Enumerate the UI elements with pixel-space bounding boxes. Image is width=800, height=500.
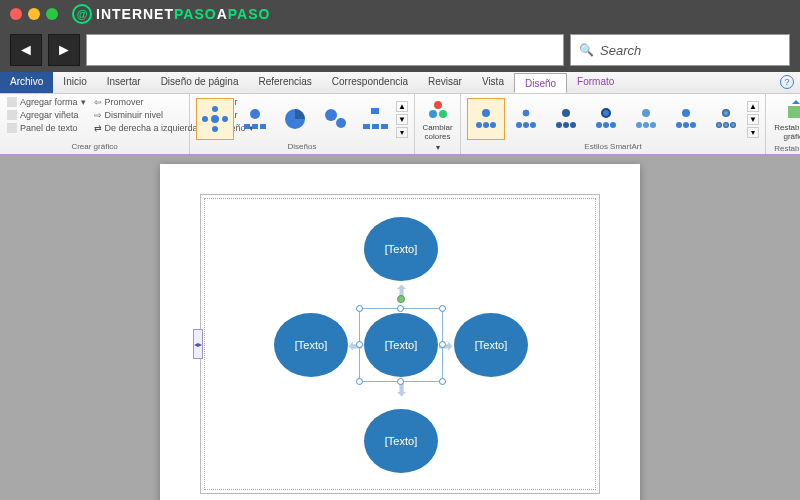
resize-handle-sw[interactable] bbox=[356, 378, 363, 385]
tab-referencias[interactable]: Referencias bbox=[248, 72, 321, 93]
layout-basic-radial[interactable] bbox=[236, 98, 274, 140]
tab-diseno-pagina[interactable]: Diseño de página bbox=[151, 72, 249, 93]
svg-point-11 bbox=[336, 118, 346, 128]
svg-point-31 bbox=[602, 109, 610, 117]
svg-point-35 bbox=[642, 109, 650, 117]
svg-point-46 bbox=[730, 122, 736, 128]
svg-rect-7 bbox=[252, 124, 258, 129]
forward-button[interactable]: ► bbox=[48, 34, 80, 66]
tab-vista[interactable]: Vista bbox=[472, 72, 514, 93]
btn-agregar-forma[interactable]: Agregar forma ▾ bbox=[4, 96, 89, 108]
maximize-icon[interactable] bbox=[46, 8, 58, 20]
tab-archivo[interactable]: Archivo bbox=[0, 72, 53, 93]
help-icon[interactable]: ? bbox=[780, 75, 794, 89]
tab-revisar[interactable]: Revisar bbox=[418, 72, 472, 93]
back-button[interactable]: ◄ bbox=[10, 34, 42, 66]
svg-point-26 bbox=[530, 122, 536, 128]
layout-hierarchy[interactable] bbox=[356, 98, 394, 140]
svg-rect-8 bbox=[260, 124, 266, 129]
document-area: ◂▸ [Texto] [Texto] [Texto] [Texto] [Text… bbox=[0, 156, 800, 500]
svg-point-45 bbox=[723, 122, 729, 128]
svg-point-38 bbox=[650, 122, 656, 128]
page[interactable]: ◂▸ [Texto] [Texto] [Texto] [Texto] [Text… bbox=[160, 164, 640, 500]
smartart-frame[interactable]: ◂▸ [Texto] [Texto] [Texto] [Texto] [Text… bbox=[200, 194, 600, 494]
svg-point-10 bbox=[325, 109, 337, 121]
group-label-reset: Restablecer bbox=[770, 144, 800, 154]
svg-point-22 bbox=[490, 122, 496, 128]
reset-icon bbox=[784, 98, 801, 122]
btn-disminuir-nivel[interactable]: ⇨ Disminuir nivel bbox=[91, 109, 201, 121]
btn-panel-texto[interactable]: Panel de texto bbox=[4, 122, 89, 134]
svg-point-21 bbox=[483, 122, 489, 128]
group-label-disenos: Diseños bbox=[194, 142, 410, 152]
svg-point-4 bbox=[202, 116, 208, 122]
svg-rect-13 bbox=[363, 124, 370, 129]
close-icon[interactable] bbox=[10, 8, 22, 20]
url-input[interactable] bbox=[86, 34, 564, 66]
minimize-icon[interactable] bbox=[28, 8, 40, 20]
style-3[interactable] bbox=[547, 98, 585, 140]
node-left[interactable]: [Texto] bbox=[274, 313, 348, 377]
svg-point-0 bbox=[211, 115, 219, 123]
browser-chrome: @ INTERNETPASOAPASO ◄ ► Search bbox=[0, 0, 800, 72]
tab-inicio[interactable]: Inicio bbox=[53, 72, 96, 93]
layout-radial-cycle[interactable] bbox=[276, 98, 314, 140]
svg-rect-47 bbox=[788, 106, 801, 118]
gallery-scroll-down[interactable]: ▼ bbox=[396, 114, 408, 125]
svg-point-41 bbox=[683, 122, 689, 128]
resize-handle-se[interactable] bbox=[439, 378, 446, 385]
svg-point-34 bbox=[610, 122, 616, 128]
style-1[interactable] bbox=[467, 98, 505, 140]
ribbon-group-restablecer: Restablecer gráfico Restablecer bbox=[766, 94, 800, 154]
svg-point-30 bbox=[570, 122, 576, 128]
style-4[interactable] bbox=[587, 98, 625, 140]
style-5[interactable] bbox=[627, 98, 665, 140]
color-wheel-icon bbox=[426, 98, 450, 122]
styles-more[interactable]: ▾ bbox=[747, 127, 759, 138]
gallery-scroll-up[interactable]: ▲ bbox=[396, 101, 408, 112]
resize-handle-nw[interactable] bbox=[356, 305, 363, 312]
resize-handle-n[interactable] bbox=[397, 305, 404, 312]
gallery-more[interactable]: ▾ bbox=[396, 127, 408, 138]
svg-point-36 bbox=[636, 122, 642, 128]
ribbon-group-colors: Cambiar colores ▾ bbox=[415, 94, 461, 154]
resize-handle-s[interactable] bbox=[397, 378, 404, 385]
layout-diverging-radial[interactable] bbox=[196, 98, 234, 140]
rotate-handle[interactable] bbox=[397, 295, 405, 303]
node-bottom[interactable]: [Texto] bbox=[364, 409, 438, 473]
node-top[interactable]: [Texto] bbox=[364, 217, 438, 281]
resize-handle-e[interactable] bbox=[439, 341, 446, 348]
resize-handle-w[interactable] bbox=[356, 341, 363, 348]
svg-point-37 bbox=[643, 122, 649, 128]
style-6[interactable] bbox=[667, 98, 705, 140]
btn-restablecer-grafico[interactable]: Restablecer gráfico bbox=[770, 96, 800, 144]
styles-scroll-down[interactable]: ▼ bbox=[747, 114, 759, 125]
tab-correspondencia[interactable]: Correspondencia bbox=[322, 72, 418, 93]
node-right[interactable]: [Texto] bbox=[454, 313, 528, 377]
svg-point-39 bbox=[682, 109, 690, 117]
add-shape-icon bbox=[7, 97, 17, 107]
resize-handle-ne[interactable] bbox=[439, 305, 446, 312]
svg-point-25 bbox=[523, 122, 529, 128]
ribbon-group-disenos: ▲ ▼ ▾ Diseños bbox=[190, 94, 415, 154]
svg-point-16 bbox=[434, 101, 442, 109]
btn-cambiar-colores[interactable]: Cambiar colores ▾ bbox=[419, 96, 456, 154]
style-7[interactable] bbox=[707, 98, 745, 140]
style-2[interactable] bbox=[507, 98, 545, 140]
tab-formato[interactable]: Formato bbox=[567, 72, 624, 93]
tab-insertar[interactable]: Insertar bbox=[97, 72, 151, 93]
svg-point-1 bbox=[212, 106, 218, 112]
btn-agregar-vineta[interactable]: Agregar viñeta bbox=[4, 109, 89, 121]
smartart-diagram: [Texto] [Texto] [Texto] [Texto] [Texto] … bbox=[201, 195, 599, 493]
btn-derecha-izquierda[interactable]: ⇄ De derecha a izquierda bbox=[91, 122, 201, 134]
styles-scroll-up[interactable]: ▲ bbox=[747, 101, 759, 112]
tab-diseno[interactable]: Diseño bbox=[514, 73, 567, 93]
layout-gear[interactable] bbox=[316, 98, 354, 140]
search-input[interactable]: Search bbox=[570, 34, 790, 66]
svg-point-27 bbox=[562, 109, 570, 117]
svg-point-2 bbox=[222, 116, 228, 122]
svg-point-28 bbox=[556, 122, 562, 128]
svg-point-32 bbox=[596, 122, 602, 128]
btn-promover[interactable]: ⇦ Promover bbox=[91, 96, 201, 108]
window-title-bar: @ INTERNETPASOAPASO bbox=[0, 0, 800, 28]
